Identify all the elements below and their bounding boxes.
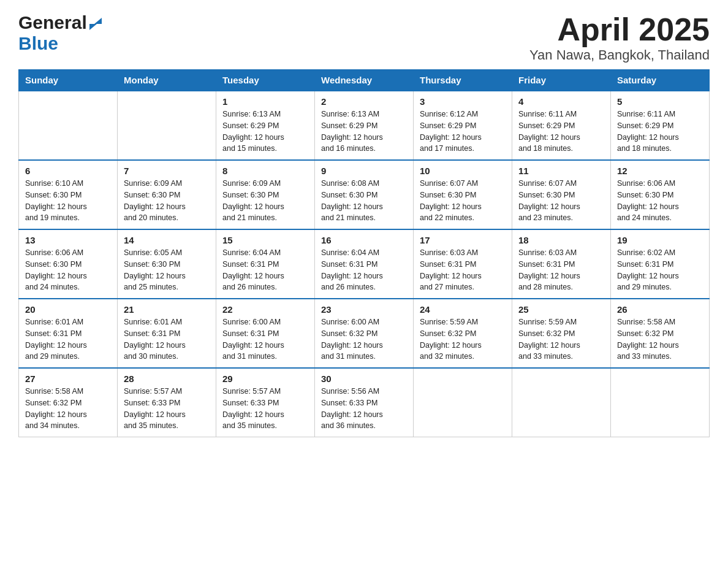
logo-blue-text: Blue (18, 33, 58, 53)
day-number: 18 (518, 235, 604, 245)
day-number: 28 (124, 373, 210, 384)
header-wednesday: Wednesday (315, 70, 414, 91)
day-number: 3 (420, 96, 506, 107)
calendar-week-row: 20Sunrise: 6:01 AMSunset: 6:31 PMDayligh… (19, 299, 710, 368)
day-info: Sunrise: 6:03 AMSunset: 6:31 PMDaylight:… (420, 247, 506, 293)
day-info: Sunrise: 6:04 AMSunset: 6:31 PMDaylight:… (321, 247, 407, 293)
day-number: 30 (321, 373, 407, 384)
title-block: April 2025 Yan Nawa, Bangkok, Thailand (529, 12, 710, 63)
calendar-cell (611, 368, 710, 437)
logo-triangle-bottom (89, 24, 97, 30)
calendar-cell: 29Sunrise: 5:57 AMSunset: 6:33 PMDayligh… (216, 368, 315, 437)
day-info: Sunrise: 6:08 AMSunset: 6:30 PMDaylight:… (321, 178, 407, 224)
calendar-cell: 3Sunrise: 6:12 AMSunset: 6:29 PMDaylight… (414, 91, 512, 160)
calendar-cell: 27Sunrise: 5:58 AMSunset: 6:32 PMDayligh… (19, 368, 118, 437)
day-number: 13 (25, 235, 111, 245)
day-number: 5 (617, 96, 703, 107)
calendar-cell: 9Sunrise: 6:08 AMSunset: 6:30 PMDaylight… (315, 160, 414, 229)
day-number: 24 (420, 304, 506, 315)
logo: General Blue (18, 12, 102, 54)
calendar-cell: 25Sunrise: 5:59 AMSunset: 6:32 PMDayligh… (512, 299, 611, 368)
calendar-cell: 14Sunrise: 6:05 AMSunset: 6:30 PMDayligh… (118, 229, 216, 299)
day-info: Sunrise: 5:58 AMSunset: 6:32 PMDaylight:… (25, 386, 111, 432)
day-info: Sunrise: 6:04 AMSunset: 6:31 PMDaylight:… (222, 247, 308, 293)
day-number: 14 (124, 235, 210, 245)
day-number: 9 (321, 166, 407, 176)
header-monday: Monday (118, 70, 216, 91)
calendar-cell: 30Sunrise: 5:56 AMSunset: 6:33 PMDayligh… (315, 368, 414, 437)
calendar-cell: 7Sunrise: 6:09 AMSunset: 6:30 PMDaylight… (118, 160, 216, 229)
day-number: 19 (617, 235, 703, 245)
day-info: Sunrise: 6:11 AMSunset: 6:29 PMDaylight:… (617, 109, 703, 155)
day-number: 21 (124, 304, 210, 315)
day-info: Sunrise: 5:59 AMSunset: 6:32 PMDaylight:… (420, 316, 506, 362)
day-info: Sunrise: 6:03 AMSunset: 6:31 PMDaylight:… (518, 247, 604, 293)
day-info: Sunrise: 6:02 AMSunset: 6:31 PMDaylight:… (617, 247, 703, 293)
day-info: Sunrise: 6:00 AMSunset: 6:32 PMDaylight:… (321, 316, 407, 362)
calendar-header-row: SundayMondayTuesdayWednesdayThursdayFrid… (19, 70, 710, 91)
header-sunday: Sunday (19, 70, 118, 91)
day-info: Sunrise: 6:00 AMSunset: 6:31 PMDaylight:… (222, 316, 308, 362)
day-number: 20 (25, 304, 111, 315)
header-saturday: Saturday (611, 70, 710, 91)
day-number: 8 (222, 166, 308, 176)
calendar-cell: 11Sunrise: 6:07 AMSunset: 6:30 PMDayligh… (512, 160, 611, 229)
page-header: General Blue April 2025 Yan Nawa, Bangko… (18, 12, 710, 63)
day-number: 2 (321, 96, 407, 107)
day-number: 10 (420, 166, 506, 176)
day-number: 11 (518, 166, 604, 176)
calendar-cell (414, 368, 512, 437)
day-info: Sunrise: 6:13 AMSunset: 6:29 PMDaylight:… (222, 109, 308, 155)
calendar-cell (118, 91, 216, 160)
day-info: Sunrise: 5:57 AMSunset: 6:33 PMDaylight:… (124, 386, 210, 432)
day-info: Sunrise: 6:09 AMSunset: 6:30 PMDaylight:… (222, 178, 308, 224)
calendar-cell: 24Sunrise: 5:59 AMSunset: 6:32 PMDayligh… (414, 299, 512, 368)
calendar-cell (512, 368, 611, 437)
day-number: 29 (222, 373, 308, 384)
day-info: Sunrise: 6:06 AMSunset: 6:30 PMDaylight:… (25, 247, 111, 293)
day-number: 17 (420, 235, 506, 245)
calendar-table: SundayMondayTuesdayWednesdayThursdayFrid… (18, 69, 710, 437)
calendar-week-row: 1Sunrise: 6:13 AMSunset: 6:29 PMDaylight… (19, 91, 710, 160)
page-title: April 2025 (529, 12, 710, 47)
day-number: 27 (25, 373, 111, 384)
calendar-cell: 4Sunrise: 6:11 AMSunset: 6:29 PMDaylight… (512, 91, 611, 160)
day-info: Sunrise: 5:57 AMSunset: 6:33 PMDaylight:… (222, 386, 308, 432)
day-info: Sunrise: 6:06 AMSunset: 6:30 PMDaylight:… (617, 178, 703, 224)
calendar-week-row: 13Sunrise: 6:06 AMSunset: 6:30 PMDayligh… (19, 229, 710, 299)
calendar-cell: 26Sunrise: 5:58 AMSunset: 6:32 PMDayligh… (611, 299, 710, 368)
calendar-cell: 16Sunrise: 6:04 AMSunset: 6:31 PMDayligh… (315, 229, 414, 299)
calendar-cell (19, 91, 118, 160)
day-number: 23 (321, 304, 407, 315)
calendar-cell: 10Sunrise: 6:07 AMSunset: 6:30 PMDayligh… (414, 160, 512, 229)
calendar-cell: 21Sunrise: 6:01 AMSunset: 6:31 PMDayligh… (118, 299, 216, 368)
calendar-cell: 8Sunrise: 6:09 AMSunset: 6:30 PMDaylight… (216, 160, 315, 229)
day-number: 26 (617, 304, 703, 315)
calendar-cell: 12Sunrise: 6:06 AMSunset: 6:30 PMDayligh… (611, 160, 710, 229)
calendar-cell: 1Sunrise: 6:13 AMSunset: 6:29 PMDaylight… (216, 91, 315, 160)
day-info: Sunrise: 6:07 AMSunset: 6:30 PMDaylight:… (518, 178, 604, 224)
calendar-cell: 28Sunrise: 5:57 AMSunset: 6:33 PMDayligh… (118, 368, 216, 437)
day-number: 12 (617, 166, 703, 176)
calendar-cell: 23Sunrise: 6:00 AMSunset: 6:32 PMDayligh… (315, 299, 414, 368)
day-number: 1 (222, 96, 308, 107)
logo-general-text: General (18, 12, 87, 33)
day-info: Sunrise: 5:59 AMSunset: 6:32 PMDaylight:… (518, 316, 604, 362)
calendar-cell: 6Sunrise: 6:10 AMSunset: 6:30 PMDaylight… (19, 160, 118, 229)
calendar-week-row: 6Sunrise: 6:10 AMSunset: 6:30 PMDaylight… (19, 160, 710, 229)
calendar-cell: 15Sunrise: 6:04 AMSunset: 6:31 PMDayligh… (216, 229, 315, 299)
calendar-cell: 22Sunrise: 6:00 AMSunset: 6:31 PMDayligh… (216, 299, 315, 368)
header-tuesday: Tuesday (216, 70, 315, 91)
day-number: 22 (222, 304, 308, 315)
day-info: Sunrise: 5:56 AMSunset: 6:33 PMDaylight:… (321, 386, 407, 432)
day-info: Sunrise: 5:58 AMSunset: 6:32 PMDaylight:… (617, 316, 703, 362)
day-info: Sunrise: 6:10 AMSunset: 6:30 PMDaylight:… (25, 178, 111, 224)
day-number: 6 (25, 166, 111, 176)
header-thursday: Thursday (414, 70, 512, 91)
calendar-cell: 18Sunrise: 6:03 AMSunset: 6:31 PMDayligh… (512, 229, 611, 299)
logo-triangle-top (94, 18, 102, 24)
page-subtitle: Yan Nawa, Bangkok, Thailand (529, 47, 710, 63)
day-info: Sunrise: 6:01 AMSunset: 6:31 PMDaylight:… (124, 316, 210, 362)
calendar-cell: 2Sunrise: 6:13 AMSunset: 6:29 PMDaylight… (315, 91, 414, 160)
day-info: Sunrise: 6:07 AMSunset: 6:30 PMDaylight:… (420, 178, 506, 224)
